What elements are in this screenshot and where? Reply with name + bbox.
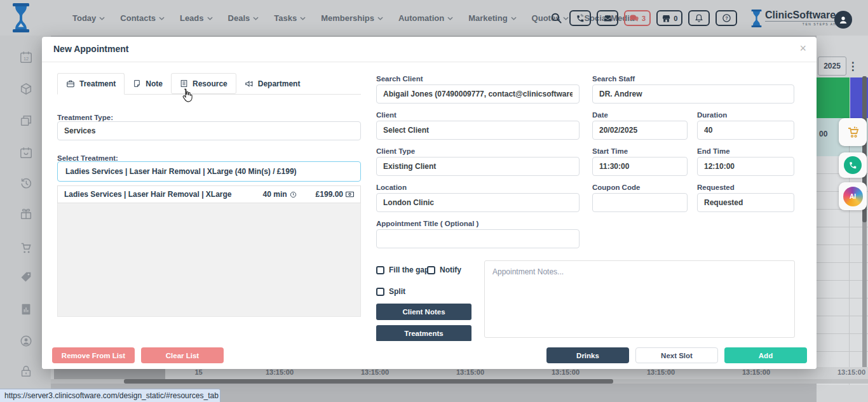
top-navigation-bar: Today Contacts Leads Deals Tasks Members… [0,0,868,36]
year-box[interactable]: 2025 [818,57,846,76]
treatment-type-input[interactable] [57,121,361,140]
notify-option: Notify [427,265,461,274]
treatment-list-item[interactable]: Ladies Services | Laser Hair Removal | X… [57,185,361,203]
modal-header: New Appointment × [42,37,817,62]
nav-tasks[interactable]: Tasks [274,13,306,23]
cart-icon[interactable] [19,241,33,255]
tab-note[interactable]: Note [125,73,171,94]
split-option: Split [376,287,405,296]
modal-tabs: Treatment Note Resource Department [57,73,361,95]
client-notes-button[interactable]: Client Notes [376,304,471,320]
nav-leads[interactable]: Leads [180,13,213,23]
store-icon [661,14,671,23]
search-client-input[interactable] [376,84,580,104]
tab-treatment[interactable]: Treatment [57,73,125,95]
floating-call-button[interactable] [839,152,867,178]
treatment-name: Ladies Services | Laser Hair Removal | X… [64,190,258,199]
field-duration: Duration [697,111,794,140]
treatment-panel: Treatment Note Resource Department Treat… [57,73,361,327]
tag-icon[interactable] [19,271,33,285]
gift-icon[interactable] [19,207,33,221]
nav-memberships[interactable]: Memberships [321,13,383,23]
coupon-code-input[interactable] [592,193,688,212]
calendar-tray-icon[interactable] [19,145,33,159]
end-time-input[interactable] [697,157,794,176]
add-button[interactable]: Add [724,347,807,363]
floating-ai-button[interactable]: AI [839,182,867,210]
field-end-time: End Time [697,147,794,176]
client-select[interactable] [376,121,580,140]
treatment-price: £199.00 [316,190,354,199]
requested-select[interactable] [697,193,794,212]
svg-text:?: ? [725,16,728,20]
search-staff-input[interactable] [592,84,794,104]
kebab-menu-icon[interactable]: ⋮ [846,57,859,75]
floating-cart-button[interactable] [839,118,867,146]
bell-icon [695,13,703,23]
appointment-title-input[interactable] [376,229,580,248]
duration-input[interactable] [697,121,794,140]
field-date: Date [592,111,688,140]
lock-icon[interactable] [19,365,33,379]
calendar-event-green[interactable] [817,77,850,118]
split-label: Split [389,287,405,296]
next-slot-button[interactable]: Next Slot [635,347,718,363]
slot-time-fragment: 00 [819,130,827,138]
copy-icon[interactable] [19,114,33,128]
account-icon[interactable] [19,334,33,348]
start-time-input[interactable] [592,157,688,176]
modal-footer: Remove From List Clear List Drinks Next … [42,341,817,369]
split-checkbox[interactable] [376,288,384,296]
horizontal-scrollbar[interactable] [51,379,868,384]
list-icon [180,79,188,88]
chevron-down-icon [207,17,213,20]
megaphone-icon [245,79,254,88]
package-icon[interactable] [19,82,33,96]
user-avatar[interactable] [834,11,852,29]
cart-count-badge: 0 [674,15,677,22]
chevron-down-icon [300,17,306,20]
close-icon[interactable]: × [799,42,806,55]
note-icon [133,79,141,88]
client-type-select[interactable] [376,157,580,176]
nav-deals[interactable]: Deals [228,13,259,23]
chevron-down-icon [159,17,165,20]
nav-marketing[interactable]: Marketing [468,13,516,23]
location-select[interactable] [376,193,580,212]
select-treatment-input[interactable]: Ladies Services | Laser Hair Removal | X… [57,161,361,182]
inbox-button[interactable] [597,10,618,26]
horizontal-scrollbar-thumb[interactable] [124,379,613,384]
app-logo-hourglass-icon[interactable] [11,3,31,32]
person-icon [838,15,848,25]
tab-resource[interactable]: Resource [171,73,236,94]
browser-status-url: https://server3.clinicsoftware.com/desig… [0,389,220,402]
notifications-button[interactable] [688,10,710,26]
field-location: Location [376,184,580,212]
tab-department[interactable]: Department [236,73,309,94]
report-icon[interactable] [19,302,33,316]
remove-from-list-button[interactable]: Remove From List [52,347,135,363]
history-icon[interactable] [19,176,33,190]
clear-list-button[interactable]: Clear List [141,347,224,363]
chevron-down-icon [377,17,383,20]
nav-contacts[interactable]: Contacts [120,13,165,23]
field-requested: Requested [697,184,794,212]
help-button[interactable]: ? [715,10,737,26]
search-icon[interactable] [550,12,562,24]
treatments-button[interactable]: Treatments [376,325,471,342]
nav-today[interactable]: Today [72,13,105,23]
field-search-client: Search Client [376,75,580,104]
fill-the-gap-checkbox[interactable] [376,266,384,274]
drinks-button[interactable]: Drinks [546,347,629,363]
chat-bubbles-icon [629,14,639,22]
chat-button[interactable]: 3 [624,10,651,26]
store-button[interactable]: 0 [656,10,682,26]
date-input[interactable] [592,121,688,140]
chevron-down-icon [99,17,105,20]
notify-checkbox[interactable] [427,266,435,274]
nav-automation[interactable]: Automation [398,13,453,23]
appointment-notes-textarea[interactable] [484,260,795,338]
phone-button[interactable] [569,10,591,26]
clinicsoftware-logo[interactable]: ClinicSoftware.com TEN STEPS AHEAD [750,10,846,27]
calendar-icon[interactable]: 12 [19,50,33,64]
